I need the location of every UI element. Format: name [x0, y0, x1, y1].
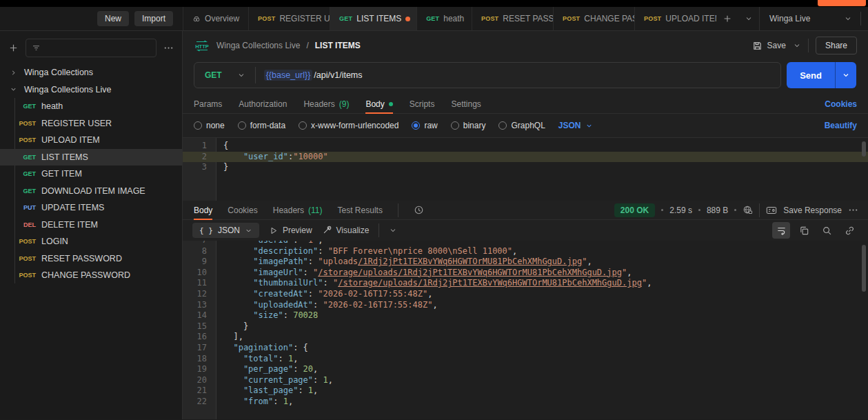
response-size[interactable]: 889 B: [707, 206, 728, 215]
tab-method: POST: [644, 15, 661, 22]
sidebar-item-delete-item[interactable]: DEL DELETE ITEM: [0, 217, 182, 234]
code-line[interactable]: 19 "per_page": 20,: [183, 364, 868, 375]
sidebar-item-update-items[interactable]: PUT UPDATE ITEMS: [0, 199, 182, 217]
new-button[interactable]: New: [97, 11, 129, 26]
scrollbar-thumb[interactable]: [862, 245, 866, 292]
save-options-chevron-icon[interactable]: [793, 41, 801, 50]
url-input[interactable]: {{base_url}} /api/v1/items: [256, 70, 371, 81]
sidebar-item-get-item[interactable]: GET GET ITEM: [0, 166, 182, 183]
network-info-icon[interactable]: [743, 205, 753, 215]
tab-upload-item[interactable]: POST UPLOAD ITEM: [635, 7, 716, 30]
save-button[interactable]: Save: [752, 41, 786, 51]
sidebar-item-heath[interactable]: GET heath: [0, 98, 182, 115]
code-line[interactable]: 13 "uploadedAt": "2026-02-16T17:55:48Z",: [183, 300, 868, 311]
code-line[interactable]: 18 "total": 1,: [183, 354, 868, 365]
upgrade-button-fragment[interactable]: [818, 0, 866, 6]
tab-settings[interactable]: Settings: [451, 94, 481, 113]
code-line[interactable]: 14 "size": 70028: [183, 310, 868, 321]
tab-body[interactable]: Body: [365, 94, 392, 113]
save-response-button[interactable]: Save Response: [783, 206, 842, 215]
sidebar-item-register-user[interactable]: POST REGISTER USER: [0, 115, 182, 132]
mode-none[interactable]: none: [194, 121, 225, 130]
sidebar-item-login[interactable]: POST LOGIN: [0, 233, 182, 250]
add-collection-icon[interactable]: [8, 43, 19, 53]
code-line[interactable]: 12 "createdAt": "2026-02-16T17:55:48Z",: [183, 289, 868, 300]
code-line[interactable]: 3}: [183, 162, 868, 173]
scrollbar-thumb[interactable]: [862, 141, 866, 157]
code-line[interactable]: 17 "pagination": {: [183, 343, 868, 354]
sidebar-item-change-password[interactable]: POST CHANGE PASSWORD: [0, 267, 182, 284]
tab-response-body[interactable]: Body: [194, 201, 212, 219]
import-button[interactable]: Import: [134, 11, 173, 26]
view-options-chevron-icon[interactable]: [389, 226, 397, 234]
response-format-select[interactable]: { } JSON: [192, 223, 259, 238]
code-line[interactable]: 10 "imageUrl": "/storage/uploads/1Rdj2jP…: [183, 268, 868, 279]
share-button[interactable]: Share: [816, 37, 857, 54]
send-options-button[interactable]: [835, 62, 856, 88]
copy-button[interactable]: [795, 222, 813, 239]
response-history-icon[interactable]: [414, 205, 424, 215]
cookies-link[interactable]: Cookies: [825, 99, 857, 109]
tab-headers[interactable]: Headers (9): [303, 94, 349, 113]
response-more-options-icon[interactable]: [848, 205, 858, 215]
mode-binary[interactable]: binary: [451, 121, 486, 130]
response-section-tabs: Body Cookies Headers (11) Test Results 2…: [183, 201, 868, 220]
code-line[interactable]: 22 "from": 1,: [183, 397, 868, 408]
request-body-editor[interactable]: 1{2 "user_id":"10000"3}: [183, 137, 868, 201]
tab-register-user[interactable]: POST REGISTER USE: [249, 7, 330, 30]
preview-button[interactable]: Preview: [269, 226, 312, 235]
sidebar-item-winga-collections-live[interactable]: Winga Collections Live: [0, 81, 182, 99]
code-line[interactable]: 21 "last_page": 1,: [183, 386, 868, 397]
status-badge[interactable]: 200 OK: [614, 203, 655, 217]
tab-authorization[interactable]: Authorization: [239, 94, 287, 113]
tab-heath[interactable]: GET heath: [417, 7, 472, 30]
code-line[interactable]: 8 "description": "BFF Forever\nprice 800…: [183, 246, 868, 257]
sidebar-item-download-item-image[interactable]: GET DOWNLOAD ITEM IMAGE: [0, 183, 182, 200]
method-selector[interactable]: GET: [194, 70, 255, 80]
sidebar-item-list-items[interactable]: GET LIST ITEMS: [0, 149, 182, 166]
body-filled-dot: [389, 102, 393, 106]
response-body-viewer[interactable]: 7 "userId": "1",8 "description": "BFF Fo…: [183, 241, 868, 419]
tab-response-headers[interactable]: Headers (11): [273, 201, 323, 219]
code-line[interactable]: 1{: [183, 141, 868, 152]
sidebar-item-winga-collections[interactable]: Winga Collections: [0, 64, 182, 81]
send-button[interactable]: Send: [787, 62, 835, 88]
mode-form-data[interactable]: form-data: [238, 121, 285, 130]
tab-reset-password[interactable]: POST RESET PASSW: [472, 7, 554, 30]
radio-icon: [498, 121, 507, 130]
tab-scripts[interactable]: Scripts: [410, 94, 435, 113]
code-line[interactable]: 7 "userId": "1",: [183, 241, 868, 246]
mode-graphql[interactable]: GraphQL: [498, 121, 545, 130]
code-line[interactable]: 15 }: [183, 321, 868, 332]
code-line[interactable]: 20 "current_page": 1,: [183, 375, 868, 386]
response-time[interactable]: 2.59 s: [669, 206, 692, 215]
tab-list-items[interactable]: GET LIST ITEMS: [330, 7, 417, 30]
code-line[interactable]: 11 "thumbnailUrl": "/storage/uploads/1Rd…: [183, 278, 868, 289]
beautify-link[interactable]: Beautify: [825, 121, 857, 130]
code-line[interactable]: 2 "user_id":"10000": [183, 152, 868, 163]
wrap-text-button[interactable]: [772, 222, 790, 239]
tab-change-password[interactable]: POST CHANGE PAS: [554, 7, 635, 30]
mode-raw[interactable]: raw: [412, 121, 437, 130]
sidebar-item-reset-password[interactable]: POST RESET PASSWORD: [0, 250, 182, 268]
breadcrumb-collection[interactable]: Winga Collections Live: [216, 41, 300, 50]
tab-response-cookies[interactable]: Cookies: [228, 201, 257, 219]
environment-selector[interactable]: Winga Live: [759, 7, 868, 30]
tab-test-results[interactable]: Test Results: [338, 201, 383, 219]
more-options-icon[interactable]: [163, 43, 174, 53]
visualize-button[interactable]: Visualize: [322, 226, 370, 235]
language-select[interactable]: JSON: [558, 121, 593, 130]
tab-params[interactable]: Params: [194, 94, 222, 113]
mode-x-www-form-urlencoded[interactable]: x-www-form-urlencoded: [299, 121, 398, 130]
code-line[interactable]: 16 ],: [183, 332, 868, 343]
search-button[interactable]: [818, 222, 836, 239]
code-line[interactable]: 9 "imagePath": "uploads/1Rdj2jPt1TEXBvYW…: [183, 257, 868, 268]
response-headers-count: (11): [308, 206, 322, 215]
link-button[interactable]: [840, 222, 858, 239]
tab-overview[interactable]: Overview: [183, 7, 249, 30]
tab-options-button[interactable]: [738, 7, 759, 30]
new-tab-button[interactable]: [716, 7, 738, 30]
chevron-down-icon: [237, 71, 245, 79]
sidebar-item-upload-item[interactable]: POST UPLOAD ITEM: [0, 132, 182, 149]
sidebar-search-input[interactable]: [26, 39, 157, 57]
